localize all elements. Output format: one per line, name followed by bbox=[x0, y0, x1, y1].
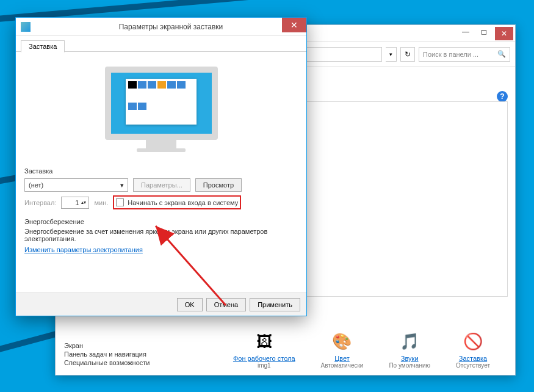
background-icon: 🖼 bbox=[252, 329, 276, 354]
shortcut-background[interactable]: 🖼 Фон рабочего стола img1 bbox=[233, 329, 295, 369]
spinner-arrows[interactable]: ▴▾ bbox=[81, 200, 86, 205]
search-icon: 🔍 bbox=[497, 50, 506, 58]
interval-unit: мин. bbox=[94, 199, 108, 206]
color-icon: 🎨 bbox=[330, 329, 354, 354]
shortcut-sounds[interactable]: 🎵 Звуки По умолчанию bbox=[389, 329, 430, 369]
sidebar-item-accessibility[interactable]: Специальные возможности bbox=[64, 359, 150, 366]
energy-title: Энергосбережение bbox=[24, 218, 298, 225]
interval-spinner[interactable]: 1▴▾ bbox=[61, 197, 89, 209]
preview-monitor bbox=[105, 67, 218, 155]
refresh-button[interactable]: ↻ bbox=[400, 47, 415, 62]
shortcut-sub: Отсутствует bbox=[456, 362, 490, 369]
shortcut-label: Заставка bbox=[456, 355, 490, 362]
tab-strip: Заставка bbox=[16, 36, 306, 52]
dialog-titlebar: Параметры экранной заставки ✕ bbox=[16, 18, 306, 36]
search-placeholder: Поиск в панели ... bbox=[423, 51, 478, 58]
sidebar-item-screen[interactable]: Экран bbox=[64, 342, 150, 349]
apply-button[interactable]: Применить bbox=[250, 298, 300, 311]
group-label: Заставка bbox=[24, 167, 298, 175]
maximize-button[interactable]: ◻ bbox=[475, 25, 493, 38]
sounds-icon: 🎵 bbox=[397, 329, 422, 354]
screensaver-dialog: Параметры экранной заставки ✕ Заставка З… bbox=[15, 17, 307, 316]
checkbox-label: Начинать с экрана входа в систему bbox=[128, 199, 238, 206]
dropdown-value: (нет) bbox=[29, 181, 43, 189]
shortcut-label: Звуки bbox=[389, 355, 430, 362]
close-button[interactable]: ✕ bbox=[282, 18, 306, 32]
shortcut-sub: По умолчанию bbox=[389, 362, 430, 369]
chevron-down-icon: ▾ bbox=[120, 181, 124, 189]
ok-button[interactable]: OK bbox=[177, 298, 203, 311]
shortcut-label: Фон рабочего стола bbox=[233, 355, 295, 362]
shortcut-sub: Автоматически bbox=[321, 362, 364, 369]
cancel-button[interactable]: Отмена bbox=[206, 298, 246, 311]
dialog-footer: OK Отмена Применить bbox=[16, 292, 306, 316]
screensaver-dropdown[interactable]: (нет) ▾ bbox=[24, 178, 128, 192]
power-settings-link[interactable]: Изменить параметры электропитания bbox=[24, 246, 143, 253]
login-checkbox[interactable] bbox=[116, 198, 124, 206]
interval-label: Интервал: bbox=[24, 199, 56, 206]
sidebar-links: Экран Панель задач и навигация Специальн… bbox=[64, 341, 150, 368]
dialog-title: Параметры экранной заставки bbox=[35, 23, 306, 31]
preview-button[interactable]: Просмотр bbox=[195, 178, 242, 192]
window-icon bbox=[21, 22, 31, 32]
shortcut-label: Цвет bbox=[321, 355, 364, 362]
sidebar-item-taskbar[interactable]: Панель задач и навигация bbox=[64, 350, 150, 358]
tab-screensaver[interactable]: Заставка bbox=[21, 40, 65, 53]
bottom-shortcuts: 🖼 Фон рабочего стола img1 🎨 Цвет Автомат… bbox=[220, 329, 503, 369]
search-input[interactable]: Поиск в панели ... 🔍 bbox=[419, 47, 510, 62]
shortcut-sub: img1 bbox=[233, 362, 295, 369]
login-checkbox-highlight: Начинать с экрана входа в систему bbox=[113, 195, 241, 209]
shortcut-screensaver[interactable]: 🚫 Заставка Отсутствует bbox=[456, 329, 490, 369]
dialog-body: Заставка (нет) ▾ Параметры... Просмотр И… bbox=[16, 52, 306, 262]
settings-button: Параметры... bbox=[133, 178, 190, 192]
screensaver-icon: 🚫 bbox=[461, 329, 485, 354]
close-button[interactable]: ✕ bbox=[495, 27, 513, 40]
address-dropdown[interactable]: ▾ bbox=[386, 47, 397, 62]
shortcut-color[interactable]: 🎨 Цвет Автоматически bbox=[321, 329, 364, 369]
energy-text: Энергосбережение за счет изменения яркос… bbox=[24, 228, 298, 242]
minimize-button[interactable]: — bbox=[456, 25, 475, 38]
